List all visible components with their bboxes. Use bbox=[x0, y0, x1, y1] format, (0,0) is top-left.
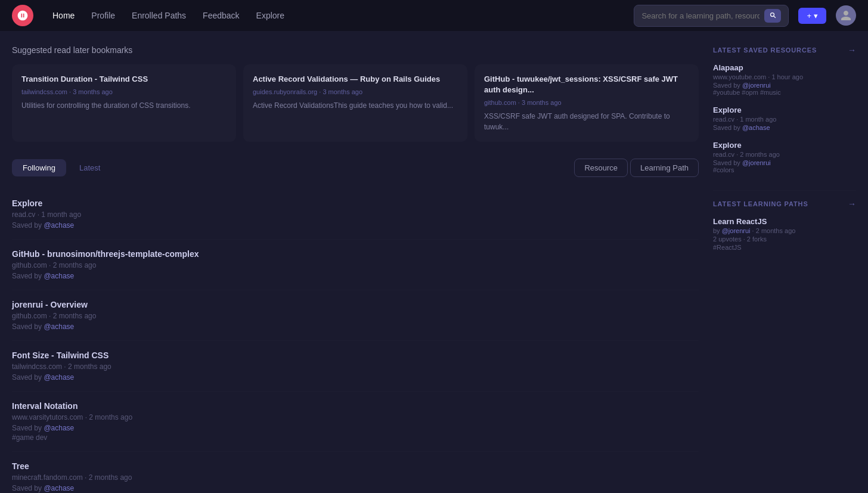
saved-resource-tags: #youtube #opm #music bbox=[713, 89, 856, 96]
bookmarks-section-title: Suggested read later bookmarks bbox=[12, 45, 699, 55]
saved-resource-domain: read.cv · 1 month ago bbox=[713, 116, 856, 123]
saved-resource-saved-by: Saved by @achase bbox=[713, 124, 856, 131]
feed-item-saved-by: Saved by @achase bbox=[12, 484, 699, 492]
saved-resources-title: LATEST SAVED RESOURCES bbox=[713, 46, 817, 54]
tabs-left: Following Latest bbox=[12, 159, 111, 176]
feed-item-meta: minecraft.fandom.com · 2 months ago bbox=[12, 473, 699, 482]
bookmark-card[interactable]: Active Record Validations — Ruby on Rail… bbox=[243, 64, 467, 142]
feed-item-title: Explore bbox=[12, 199, 699, 208]
saved-resource-item[interactable]: Alapaap www.youtube.com · 1 hour ago Sav… bbox=[713, 63, 856, 96]
saved-resource-tags: #colors bbox=[713, 166, 856, 173]
bookmark-desc: Utilities for controlling the duration o… bbox=[21, 100, 227, 111]
add-dropdown-icon: ▾ bbox=[814, 11, 818, 20]
feed-item-saved-by: Saved by @achase bbox=[12, 373, 699, 382]
saved-resources-section: LATEST SAVED RESOURCES → Alapaap www.you… bbox=[713, 45, 856, 173]
nav-explore[interactable]: Explore bbox=[249, 7, 292, 24]
feed-item[interactable]: Tree minecraft.fandom.com · 2 months ago… bbox=[12, 452, 699, 493]
feed-item-saved-by: Saved by @achase bbox=[12, 424, 699, 432]
feed: Explore read.cv · 1 month ago Saved by @… bbox=[12, 189, 699, 493]
add-button[interactable]: + ▾ bbox=[798, 8, 826, 24]
learning-paths-header: LATEST LEARNING PATHS → bbox=[713, 199, 856, 209]
feed-item-title: GitHub - brunosimon/threejs-template-com… bbox=[12, 249, 699, 259]
feed-item-meta: read.cv · 1 month ago bbox=[12, 210, 699, 219]
nav-enrolled-paths[interactable]: Enrolled Paths bbox=[125, 7, 193, 24]
saved-resource-item[interactable]: Explore read.cv · 2 months ago Saved by … bbox=[713, 141, 856, 173]
nav-profile[interactable]: Profile bbox=[84, 7, 122, 24]
feed-item-saved-by: Saved by @achase bbox=[12, 272, 699, 280]
filter-resource[interactable]: Resource bbox=[574, 159, 628, 177]
feed-item-meta: tailwindcss.com · 2 months ago bbox=[12, 362, 699, 371]
feed-item-title: Interval Notation bbox=[12, 401, 699, 411]
learning-path-item[interactable]: Learn ReactJS by @jorenrui · 2 months ag… bbox=[713, 217, 856, 251]
bookmark-title: Active Record Validations — Ruby on Rail… bbox=[253, 74, 458, 85]
feed-item-title: Font Size - Tailwind CSS bbox=[12, 351, 699, 360]
bookmark-card[interactable]: Transition Duration - Tailwind CSS tailw… bbox=[12, 64, 236, 142]
filter-learning-path[interactable]: Learning Path bbox=[630, 159, 699, 177]
saved-resource-domain: read.cv · 2 months ago bbox=[713, 151, 856, 158]
saved-resources-header: LATEST SAVED RESOURCES → bbox=[713, 45, 856, 55]
learning-paths-section: LATEST LEARNING PATHS → Learn ReactJS by… bbox=[713, 199, 856, 251]
saved-resource-title: Explore bbox=[713, 106, 856, 114]
bookmark-title: GitHub - tuwukee/jwt_sessions: XSS/CSRF … bbox=[484, 74, 689, 95]
learning-paths-list: Learn ReactJS by @jorenrui · 2 months ag… bbox=[713, 217, 856, 251]
saved-resource-item[interactable]: Explore read.cv · 1 month ago Saved by @… bbox=[713, 106, 856, 131]
learning-paths-title: LATEST LEARNING PATHS bbox=[713, 200, 808, 207]
feed-item-title: jorenrui - Overview bbox=[12, 300, 699, 309]
learning-path-stats: 2 upvotes · 2 forks bbox=[713, 235, 856, 243]
nav-feedback[interactable]: Feedback bbox=[196, 7, 246, 24]
bookmark-domain: tailwindcss.com · 3 months ago bbox=[21, 88, 227, 95]
avatar[interactable] bbox=[836, 5, 856, 26]
feed-item-meta: github.com · 2 months ago bbox=[12, 261, 699, 269]
feed-item[interactable]: Explore read.cv · 1 month ago Saved by @… bbox=[12, 189, 699, 240]
feed-item-meta: github.com · 2 months ago bbox=[12, 312, 699, 320]
feed-item[interactable]: Interval Notation www.varsitytutors.com … bbox=[12, 392, 699, 452]
saved-resources-arrow[interactable]: → bbox=[848, 45, 856, 55]
main-content: Suggested read later bookmarks Transitio… bbox=[12, 45, 699, 493]
bookmark-domain: guides.rubyonrails.org · 3 months ago bbox=[253, 88, 458, 95]
saved-resource-saved-by: Saved by @jorenrui bbox=[713, 159, 856, 166]
tab-following[interactable]: Following bbox=[12, 159, 66, 176]
learning-path-title: Learn ReactJS bbox=[713, 217, 856, 226]
bookmark-desc: XSS/CSRF safe JWT auth designed for SPA.… bbox=[484, 111, 689, 132]
learning-path-by: by @jorenrui · 2 months ago bbox=[713, 227, 856, 234]
saved-resource-domain: www.youtube.com · 1 hour ago bbox=[713, 73, 856, 80]
learning-path-tags: #ReactJS bbox=[713, 244, 856, 251]
navbar: Home Profile Enrolled Paths Feedback Exp… bbox=[0, 0, 868, 31]
saved-resource-title: Alapaap bbox=[713, 63, 856, 72]
feed-item-title: Tree bbox=[12, 461, 699, 471]
sidebar: LATEST SAVED RESOURCES → Alapaap www.you… bbox=[713, 45, 856, 493]
feed-item[interactable]: Font Size - Tailwind CSS tailwindcss.com… bbox=[12, 341, 699, 392]
page-layout: Suggested read later bookmarks Transitio… bbox=[0, 31, 868, 493]
search-bar bbox=[634, 5, 789, 27]
search-input[interactable] bbox=[641, 11, 760, 20]
feed-item-meta: www.varsitytutors.com · 2 months ago bbox=[12, 413, 699, 421]
bookmarks-grid: Transition Duration - Tailwind CSS tailw… bbox=[12, 64, 699, 142]
saved-resource-title: Explore bbox=[713, 141, 856, 150]
nav-links: Home Profile Enrolled Paths Feedback Exp… bbox=[45, 7, 629, 24]
bookmark-card[interactable]: GitHub - tuwukee/jwt_sessions: XSS/CSRF … bbox=[475, 64, 699, 142]
add-icon: + bbox=[807, 11, 811, 20]
sidebar-divider bbox=[713, 190, 856, 191]
tabs-bar: Following Latest Resource Learning Path bbox=[12, 159, 699, 177]
feed-item[interactable]: jorenrui - Overview github.com · 2 month… bbox=[12, 290, 699, 341]
learning-paths-arrow[interactable]: → bbox=[848, 199, 856, 209]
bookmark-domain: github.com · 3 months ago bbox=[484, 99, 689, 106]
logo[interactable] bbox=[12, 5, 33, 26]
feed-item-saved-by: Saved by @achase bbox=[12, 221, 699, 230]
bookmark-title: Transition Duration - Tailwind CSS bbox=[21, 74, 227, 85]
tab-latest[interactable]: Latest bbox=[69, 159, 111, 176]
tabs-right: Resource Learning Path bbox=[574, 159, 699, 177]
feed-item-tags: #game dev bbox=[12, 433, 699, 442]
bookmark-desc: Active Record ValidationsThis guide teac… bbox=[253, 100, 458, 111]
saved-resources-list: Alapaap www.youtube.com · 1 hour ago Sav… bbox=[713, 63, 856, 173]
search-button[interactable] bbox=[764, 9, 781, 23]
feed-item-saved-by: Saved by @achase bbox=[12, 323, 699, 331]
feed-item[interactable]: GitHub - brunosimon/threejs-template-com… bbox=[12, 240, 699, 290]
nav-home[interactable]: Home bbox=[45, 7, 82, 24]
saved-resource-saved-by: Saved by @jorenrui bbox=[713, 82, 856, 89]
